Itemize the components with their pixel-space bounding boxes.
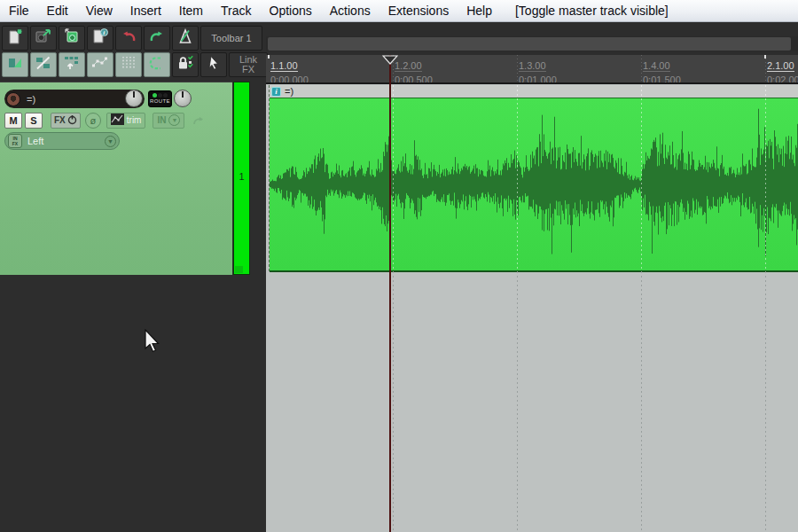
snap-icon bbox=[148, 55, 166, 74]
main-toolbar: iToolbar 1 LinkFX bbox=[0, 22, 266, 81]
media-item-name: =) bbox=[285, 86, 293, 97]
gridline bbox=[517, 271, 518, 532]
menu-item-extensions[interactable]: Extensions bbox=[379, 0, 458, 21]
edit-cursor-marker[interactable] bbox=[382, 55, 398, 65]
grid-toggle[interactable] bbox=[115, 52, 142, 77]
link-fx-button[interactable]: LinkFX bbox=[229, 52, 268, 77]
svg-text:i: i bbox=[103, 29, 105, 36]
input-dropdown-icon[interactable]: ▼ bbox=[168, 114, 180, 126]
item-properties-icon[interactable]: i bbox=[271, 87, 281, 97]
solo-button[interactable]: S bbox=[25, 113, 43, 129]
toolbar-row-1: iToolbar 1 bbox=[2, 26, 262, 51]
menu-item-options[interactable]: Options bbox=[261, 0, 321, 21]
edit-cursor-line[interactable] bbox=[389, 55, 391, 532]
metronome-icon bbox=[176, 28, 194, 48]
menu-item-insert[interactable]: Insert bbox=[121, 0, 170, 21]
gridline bbox=[641, 85, 642, 270]
snap-toggle[interactable] bbox=[144, 52, 170, 77]
grid-icon bbox=[120, 55, 137, 74]
project-settings-button[interactable]: i bbox=[87, 26, 113, 51]
gridline bbox=[765, 271, 766, 532]
menu-bar: FileEditViewInsertItemTrackOptionsAction… bbox=[0, 0, 798, 22]
ruler-mark: 1.1.000:00.000 bbox=[270, 57, 309, 84]
gridline bbox=[393, 85, 394, 270]
menu-item-track[interactable]: Track bbox=[212, 0, 260, 21]
media-item-body[interactable] bbox=[270, 98, 798, 272]
menu-item-view[interactable]: View bbox=[77, 0, 121, 21]
undo-button[interactable] bbox=[115, 26, 142, 51]
fx-dropdown-icon[interactable]: ▼ bbox=[105, 136, 116, 147]
arrange-area[interactable]: i =) bbox=[266, 84, 798, 532]
fx-button[interactable]: FX bbox=[51, 113, 81, 129]
ruler-grid-separator bbox=[517, 55, 518, 84]
toolbar-name-button[interactable]: Toolbar 1 bbox=[200, 26, 262, 51]
track-name-field[interactable]: =) bbox=[4, 90, 145, 108]
cursor-icon bbox=[205, 55, 223, 74]
input-fx-slot[interactable]: INFX Left ▼ bbox=[4, 132, 120, 150]
open-project-button[interactable] bbox=[30, 26, 57, 51]
save-project-icon bbox=[63, 28, 81, 48]
ruler-mark: 1.2.000:00.500 bbox=[395, 57, 433, 84]
gridline bbox=[641, 271, 642, 532]
monitor-arrow-icon[interactable] bbox=[192, 114, 206, 127]
track-name: =) bbox=[27, 94, 35, 105]
gridline bbox=[393, 271, 394, 532]
gridline bbox=[765, 85, 766, 270]
save-project-button[interactable] bbox=[59, 26, 85, 51]
ripple-edit-toggle[interactable] bbox=[59, 52, 85, 77]
track-buttons-row: M S FX ø trim IN ▼ bbox=[4, 112, 206, 129]
menu-item-actions[interactable]: Actions bbox=[321, 0, 379, 21]
ruler-measure-tick bbox=[268, 55, 270, 59]
phase-button[interactable]: ø bbox=[85, 113, 101, 129]
mute-button[interactable]: M bbox=[4, 113, 22, 129]
redo-button[interactable] bbox=[144, 26, 170, 51]
menu-item-item[interactable]: Item bbox=[170, 0, 212, 21]
env-points-icon bbox=[91, 55, 109, 74]
fx-slot-name: Left bbox=[27, 136, 99, 146]
horizontal-scrollbar-thumb[interactable] bbox=[268, 37, 791, 51]
trim-envelope-button[interactable]: trim bbox=[106, 113, 146, 129]
record-arm-button[interactable] bbox=[6, 92, 20, 106]
lock-toggle[interactable] bbox=[172, 52, 199, 77]
media-item[interactable]: i =) bbox=[269, 85, 798, 271]
new-project-button[interactable] bbox=[2, 26, 28, 51]
fade-icon bbox=[6, 55, 24, 74]
gridline bbox=[517, 85, 518, 270]
track-control-panel[interactable]: =) ROUTE M S FX ø trim IN ▼ bbox=[0, 82, 232, 275]
envelope-points-toggle[interactable] bbox=[87, 52, 113, 77]
horizontal-scrollbar[interactable] bbox=[266, 36, 798, 51]
menu-hint: [Toggle master track visible] bbox=[515, 4, 669, 18]
pan-knob[interactable] bbox=[174, 90, 192, 107]
menu-item-help[interactable]: Help bbox=[458, 0, 501, 21]
lock-icon bbox=[176, 55, 194, 74]
ruler-mark: 1.4.000:01.500 bbox=[643, 57, 681, 84]
mouse-cursor bbox=[144, 329, 161, 355]
reaper-window: FileEditViewInsertItemTrackOptionsAction… bbox=[0, 0, 798, 532]
volume-knob[interactable] bbox=[125, 90, 143, 107]
new-project-icon bbox=[6, 28, 24, 48]
metronome-button[interactable] bbox=[172, 26, 199, 51]
undo-icon bbox=[120, 28, 137, 48]
media-item-label-bar[interactable]: i =) bbox=[270, 85, 798, 98]
mouse-modifier-button[interactable] bbox=[200, 52, 227, 77]
ruler-measure-tick bbox=[764, 55, 766, 59]
project-info-icon: i bbox=[91, 28, 109, 48]
track-number: 1 bbox=[234, 171, 249, 182]
track-meter[interactable]: 1 bbox=[233, 82, 250, 275]
ruler-grid-separator bbox=[641, 55, 642, 84]
record-input-button[interactable]: IN ▼ bbox=[153, 113, 184, 129]
menu-item-edit[interactable]: Edit bbox=[38, 0, 77, 21]
fx-power-icon[interactable] bbox=[67, 114, 77, 127]
input-fx-badge: INFX bbox=[8, 134, 22, 148]
route-button[interactable]: ROUTE bbox=[148, 90, 172, 107]
ruler-mark: 2.1.000:02.000 bbox=[767, 57, 798, 84]
envelope-graph-icon bbox=[111, 113, 124, 127]
item-fade-toggle[interactable] bbox=[2, 52, 28, 77]
timeline-ruler[interactable]: 1.1.000:00.0001.2.000:00.5001.3.000:01.0… bbox=[266, 55, 798, 84]
redo-icon bbox=[148, 28, 166, 48]
ripple-icon bbox=[63, 55, 81, 74]
toolbar-row-2: LinkFX bbox=[2, 52, 268, 77]
waveform bbox=[270, 98, 798, 270]
grouping-toggle[interactable] bbox=[30, 52, 57, 77]
menu-item-file[interactable]: File bbox=[0, 0, 38, 21]
